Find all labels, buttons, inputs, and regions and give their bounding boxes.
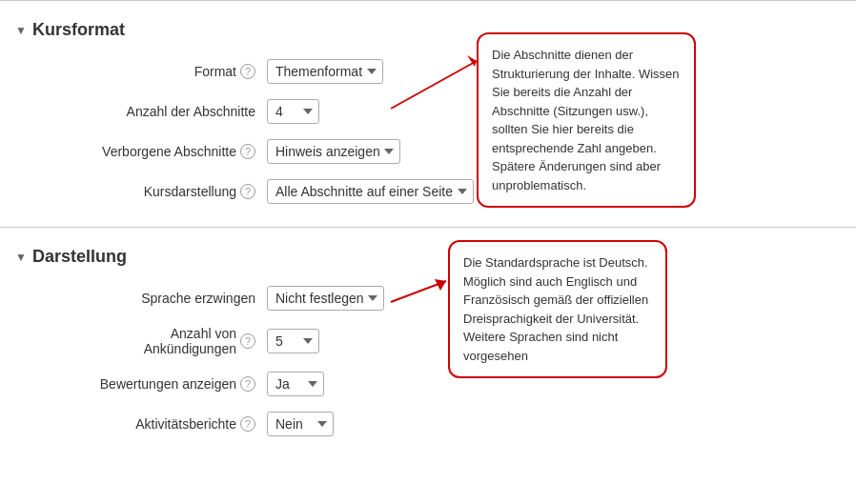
select-format[interactable]: Themenformat — [267, 59, 383, 84]
select-aktivitaetsberichte[interactable]: Nein — [267, 412, 334, 436]
tooltip-box-darstellung: Die Standardsprache ist Deutsch. Möglich… — [448, 240, 667, 378]
select-bewertungen-anzeigen[interactable]: Ja — [267, 372, 324, 396]
section-title-darstellung: Darstellung — [32, 247, 127, 267]
section-darstellung: ▼ Darstellung Sprache erzwingen Nicht fe… — [0, 227, 856, 452]
label-text-aktivitaetsberichte: Aktivitätsberichte — [135, 416, 236, 432]
section-content-darstellung: Sprache erzwingen Nicht festlegen Die St… — [0, 278, 856, 444]
label-text-format: Format — [194, 64, 236, 79]
section-kursformat: ▼ Kursformat Format ? Themenformat — [0, 0, 856, 219]
section-title-kursformat: Kursformat — [32, 20, 125, 40]
label-sprache-erzwingen: Sprache erzwingen — [76, 291, 267, 306]
help-icon-bewertungen-anzeigen[interactable]: ? — [240, 376, 255, 392]
select-kursdarstellung[interactable]: Alle Abschnitte auf einer Seite — [267, 179, 474, 204]
tooltip-kursformat: Die Abschnitte dienen der Strukturierung… — [477, 32, 696, 208]
select-anzahl-ankuendigungen[interactable]: 5 — [267, 329, 319, 353]
control-aktivitaetsberichte: Nein — [267, 412, 334, 436]
label-anzahl-abschnitte: Anzahl der Abschnitte — [76, 104, 267, 119]
control-kursdarstellung: Alle Abschnitte auf einer Seite — [267, 179, 474, 204]
help-icon-aktivitaetsberichte[interactable]: ? — [240, 416, 255, 432]
select-verborgene-abschnitte[interactable]: Hinweis anzeigen — [267, 139, 400, 164]
collapse-arrow-kursformat[interactable]: ▼ — [15, 24, 27, 37]
svg-line-0 — [391, 61, 477, 109]
label-anzahl-ankuendigungen: Anzahl von Ankündigungen ? — [76, 326, 267, 356]
label-text-anzahl-ankuendigungen: Anzahl von Ankündigungen — [76, 326, 236, 356]
label-text-anzahl-abschnitte: Anzahl der Abschnitte — [127, 104, 255, 119]
collapse-arrow-darstellung[interactable]: ▼ — [15, 251, 27, 264]
row-kursdarstellung: Kursdarstellung ? Alle Abschnitte auf ei… — [76, 171, 856, 212]
tooltip-arrow-svg-darstellung — [391, 273, 458, 312]
control-sprache-erzwingen: Nicht festlegen — [267, 286, 384, 311]
label-verborgene-abschnitte: Verborgene Abschnitte ? — [76, 144, 267, 159]
label-bewertungen-anzeigen: Bewertungen anzeigen ? — [76, 376, 267, 392]
control-anzahl-abschnitte: 4 — [267, 99, 319, 124]
control-format: Themenformat — [267, 59, 383, 84]
row-format: Format ? Themenformat Die Ab — [76, 51, 856, 91]
row-aktivitaetsberichte: Aktivitätsberichte ? Nein — [76, 404, 856, 444]
control-bewertungen-anzeigen: Ja — [267, 372, 324, 396]
row-verborgene-abschnitte: Verborgene Abschnitte ? Hinweis anzeigen — [76, 131, 856, 171]
help-icon-anzahl-ankuendigungen[interactable]: ? — [240, 333, 255, 349]
control-anzahl-ankuendigungen: 5 — [267, 329, 319, 353]
control-verborgene-abschnitte: Hinweis anzeigen — [267, 139, 400, 164]
tooltip-box-kursformat: Die Abschnitte dienen der Strukturierung… — [477, 32, 696, 208]
help-icon-verborgene-abschnitte[interactable]: ? — [240, 144, 255, 159]
section-content-kursformat: Format ? Themenformat Die Ab — [0, 51, 856, 212]
label-text-verborgene-abschnitte: Verborgene Abschnitte — [102, 144, 236, 159]
label-kursdarstellung: Kursdarstellung ? — [76, 184, 267, 199]
label-aktivitaetsberichte: Aktivitätsberichte ? — [76, 416, 267, 432]
label-text-bewertungen-anzeigen: Bewertungen anzeigen — [100, 376, 236, 392]
help-icon-kursdarstellung[interactable]: ? — [240, 184, 255, 199]
label-text-sprache-erzwingen: Sprache erzwingen — [141, 291, 255, 306]
row-sprache-erzwingen: Sprache erzwingen Nicht festlegen Die St… — [76, 278, 856, 318]
label-text-kursdarstellung: Kursdarstellung — [144, 184, 236, 199]
label-format: Format ? — [76, 64, 267, 79]
select-sprache-erzwingen[interactable]: Nicht festlegen — [267, 286, 384, 311]
help-icon-format[interactable]: ? — [240, 64, 255, 79]
select-anzahl-abschnitte[interactable]: 4 — [267, 99, 319, 124]
tooltip-arrow-svg-kursformat — [391, 42, 486, 118]
tooltip-darstellung: Die Standardsprache ist Deutsch. Möglich… — [448, 240, 667, 378]
